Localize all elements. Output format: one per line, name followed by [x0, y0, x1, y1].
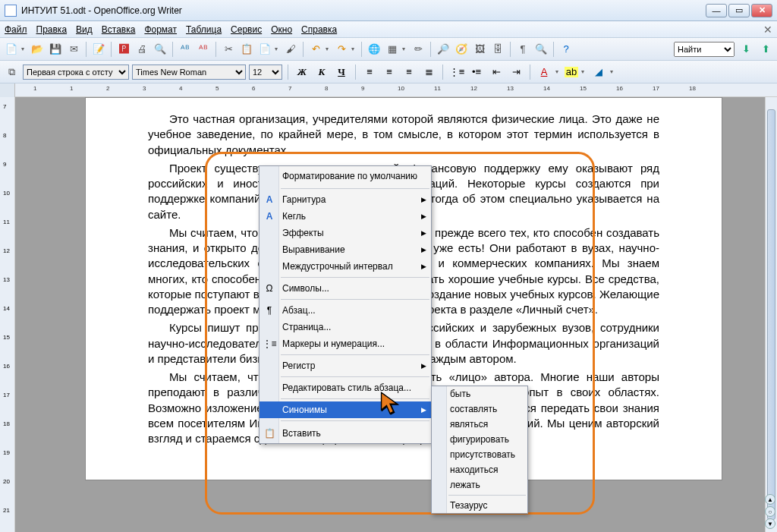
align-center-button[interactable]: ≡	[381, 64, 398, 80]
spellcheck-icon[interactable]: ᴬᴮ	[177, 41, 193, 58]
ctx-default-formatting[interactable]: Форматирование по умолчанию	[260, 166, 431, 186]
save-icon[interactable]: 💾	[47, 41, 64, 58]
bg-color-button[interactable]: ◢	[590, 64, 607, 80]
menu-format[interactable]: Формат	[144, 24, 177, 35]
ctx-line-spacing[interactable]: Междустрочный интервал▶	[260, 258, 431, 275]
vertical-scrollbar[interactable]: ▲ ○ ▼	[765, 97, 777, 532]
ctx-size[interactable]: AКегль▶	[260, 208, 431, 225]
menu-help[interactable]: Справка	[301, 24, 337, 35]
font-size-select[interactable]: 12	[249, 65, 282, 80]
close-button[interactable]: ✕	[751, 4, 772, 17]
context-menu: Форматирование по умолчанию AГарнитура▶ …	[259, 165, 432, 444]
highlight-color-button[interactable]: ab	[565, 67, 578, 77]
numbering-button[interactable]: ⋮≡	[448, 64, 465, 80]
ruler-vtick: 12	[3, 247, 10, 254]
italic-button[interactable]: К	[313, 64, 330, 80]
align-right-button[interactable]: ≡	[401, 64, 417, 80]
open-icon[interactable]: 📂	[29, 41, 46, 58]
copy-icon[interactable]: 📋	[238, 41, 255, 58]
preview-icon[interactable]: 🔍	[152, 41, 168, 58]
close-doc-button[interactable]: ✕	[763, 24, 772, 36]
ctx-bullets[interactable]: ⋮≡Маркеры и нумерация...	[260, 335, 431, 352]
maximize-button[interactable]: ▭	[728, 4, 750, 17]
drawing-icon[interactable]: ✏	[410, 41, 426, 58]
autospell-icon[interactable]: ᴬᴮ	[195, 41, 212, 58]
font-color-button[interactable]: A	[536, 64, 552, 80]
synonym-option[interactable]: быть	[432, 386, 527, 401]
zoom-icon[interactable]: 🔍	[533, 41, 549, 58]
menu-insert[interactable]: Вставка	[102, 24, 136, 35]
find-prev-icon[interactable]: ⬆	[757, 41, 774, 58]
ruler-tick: 14	[543, 85, 550, 92]
menu-tools[interactable]: Сервис	[231, 24, 262, 35]
hyperlink-icon[interactable]: 🌐	[366, 41, 382, 58]
menu-file[interactable]: Файл	[5, 24, 27, 35]
horizontal-ruler[interactable]: 1123456789101112131415161718	[0, 83, 777, 97]
synonym-option[interactable]: лежать	[432, 477, 527, 493]
format-paint-icon[interactable]: 🖌	[282, 41, 299, 58]
thesaurus-option[interactable]: Тезаурус	[432, 498, 527, 513]
menu-view[interactable]: Вид	[76, 24, 93, 35]
ctx-effects[interactable]: Эффекты▶	[260, 225, 431, 241]
synonym-option[interactable]: фигурировать	[432, 432, 527, 447]
ctx-page[interactable]: Страница...	[260, 319, 431, 335]
decrease-indent-button[interactable]: ⇤	[488, 64, 505, 80]
synonym-option[interactable]: составлять	[432, 401, 527, 417]
table-icon[interactable]: ▦	[384, 41, 401, 58]
ctx-edit-style[interactable]: Редактировать стиль абзаца...	[260, 379, 431, 396]
menu-window[interactable]: Окно	[271, 24, 292, 35]
ruler-vtick: 17	[3, 392, 10, 398]
align-left-button[interactable]: ≡	[361, 64, 378, 80]
menu-edit[interactable]: Правка	[36, 24, 68, 35]
font-name-select[interactable]: Times New Roman	[132, 65, 246, 80]
ctx-case[interactable]: Регистр▶	[260, 357, 431, 374]
ruler-vtick: 19	[3, 449, 10, 456]
scrollbar-thumb[interactable]	[767, 109, 775, 520]
paragraph-style-select[interactable]: Первая строка с отсту	[23, 65, 129, 80]
find-next-icon[interactable]: ⬇	[738, 41, 754, 58]
underline-button[interactable]: Ч	[333, 64, 350, 80]
ruler-tick: 5	[215, 85, 219, 92]
synonym-option[interactable]: являться	[432, 417, 527, 432]
email-icon[interactable]: ✉	[65, 41, 82, 58]
pdf-icon[interactable]: 🅿	[115, 41, 132, 58]
ruler-tick: 7	[288, 85, 291, 92]
print-icon[interactable]: 🖨	[134, 41, 150, 58]
ctx-font[interactable]: AГарнитура▶	[260, 191, 431, 208]
new-doc-icon[interactable]: 📄	[3, 41, 20, 58]
ctx-synonyms[interactable]: Синонимы▶	[260, 401, 431, 418]
bold-button[interactable]: Ж	[294, 64, 310, 80]
nonprint-icon[interactable]: ¶	[514, 41, 531, 58]
ctx-paragraph[interactable]: ¶Абзац...	[260, 302, 431, 319]
ctx-symbols[interactable]: ΩСимволы...	[260, 280, 431, 297]
ruler-tick: 11	[434, 85, 441, 92]
bullets-button[interactable]: •≡	[468, 64, 485, 80]
edit-mode-icon[interactable]: 📝	[90, 41, 107, 58]
nav-down-icon[interactable]: ▼	[765, 518, 775, 529]
gallery-icon[interactable]: 🖼	[471, 41, 488, 58]
navigator-icon[interactable]: 🧭	[453, 41, 470, 58]
synonym-option[interactable]: присутствовать	[432, 447, 527, 462]
styles-icon[interactable]: ⧉	[3, 64, 20, 80]
ctx-alignment[interactable]: Выравнивание▶	[260, 241, 431, 258]
ruler-vtick: 20	[3, 478, 10, 485]
increase-indent-button[interactable]: ⇥	[508, 64, 524, 80]
find-icon[interactable]: 🔎	[435, 41, 451, 58]
minimize-button[interactable]: —	[706, 4, 727, 17]
find-input[interactable]: Найти	[674, 42, 735, 57]
cut-icon[interactable]: ✂	[220, 41, 237, 58]
undo-icon[interactable]: ↶	[307, 41, 324, 58]
ruler-tick: 6	[252, 85, 255, 92]
redo-icon[interactable]: ↷	[333, 41, 350, 58]
ctx-paste[interactable]: 📋Вставить	[260, 423, 431, 443]
nav-up-icon[interactable]: ▲	[765, 494, 775, 505]
datasource-icon[interactable]: 🗄	[489, 41, 506, 58]
synonym-option[interactable]: находиться	[432, 462, 527, 477]
align-justify-button[interactable]: ≣	[420, 64, 437, 80]
help-icon[interactable]: ?	[558, 41, 574, 58]
paragraph[interactable]: Это частная организация, учредителями ко…	[148, 112, 659, 158]
menu-table[interactable]: Таблица	[186, 24, 222, 35]
nav-object-icon[interactable]: ○	[765, 506, 775, 517]
paste-icon[interactable]: 📄	[256, 41, 273, 58]
vertical-ruler[interactable]: 78910111213141516171819202122	[0, 97, 15, 532]
